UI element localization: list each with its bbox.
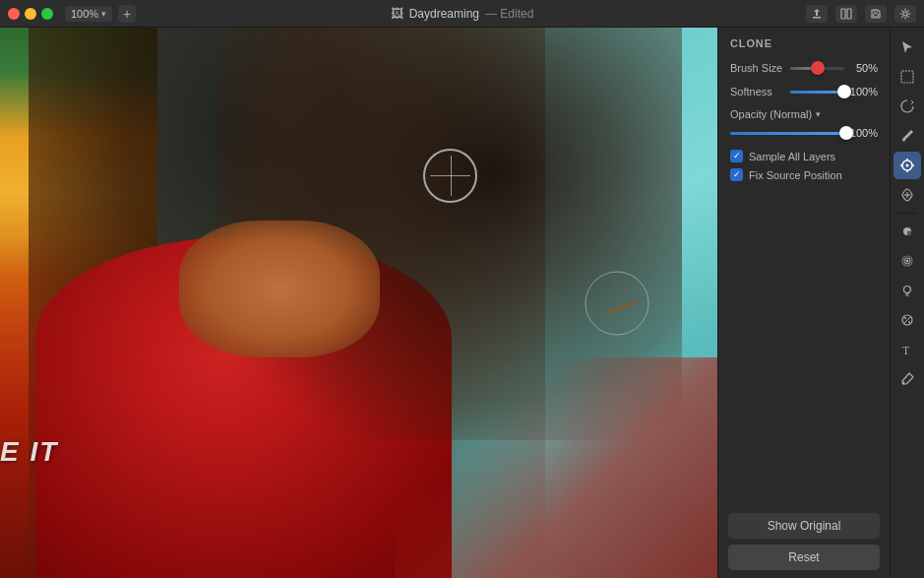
reset-button[interactable]: Reset <box>728 545 880 570</box>
effects-button[interactable] <box>893 306 921 334</box>
text-tool-button[interactable]: T <box>893 336 921 363</box>
background-text: E IT <box>0 436 58 468</box>
opacity-label: Opacity (Normal) <box>730 108 812 120</box>
brush-size-track <box>790 67 844 70</box>
bottom-buttons: Show Original Reset <box>718 505 890 578</box>
share-button[interactable] <box>806 5 828 23</box>
svg-point-6 <box>902 139 905 142</box>
controls-panel: CLONE Brush Size 50% Softness <box>717 28 890 578</box>
brush-size-slider[interactable] <box>790 61 844 75</box>
traffic-lights <box>8 8 53 20</box>
right-stripe <box>395 357 717 578</box>
sample-all-layers-row: ✓ Sample All Layers <box>730 150 878 162</box>
svg-point-23 <box>904 317 906 319</box>
zoom-chevron-icon: ▾ <box>101 9 106 19</box>
svg-point-24 <box>908 321 910 323</box>
svg-point-8 <box>906 164 909 167</box>
crop-button[interactable] <box>835 5 857 23</box>
document-icon: 🖼 <box>391 6 403 21</box>
canvas-area[interactable]: E IT <box>0 28 717 578</box>
svg-point-27 <box>902 382 905 385</box>
main-content: E IT CLONE Brush Size <box>0 28 924 578</box>
softness-row: Softness 100% <box>730 85 878 98</box>
tools-sidebar: T <box>890 28 924 578</box>
svg-rect-5 <box>901 71 913 83</box>
add-tab-button[interactable]: + <box>118 5 136 23</box>
brush-size-value: 50% <box>850 62 878 74</box>
fix-source-position-row: ✓ Fix Source Position <box>730 168 878 181</box>
fix-source-position-checkbox[interactable]: ✓ <box>730 168 743 181</box>
titlebar-right <box>806 5 916 23</box>
opacity-dropdown-icon[interactable]: ▾ <box>816 109 821 119</box>
svg-point-19 <box>904 287 911 293</box>
svg-point-4 <box>903 12 907 16</box>
opacity-row: Opacity (Normal) ▾ 100% <box>730 108 878 140</box>
opacity-label-container: Opacity (Normal) ▾ <box>730 108 878 120</box>
controls-inner: CLONE Brush Size 50% Softness <box>718 28 890 505</box>
titlebar-left: 100% ▾ + <box>8 5 136 23</box>
cursor-tool-button[interactable] <box>893 33 921 61</box>
checkmark-icon: ✓ <box>733 152 741 161</box>
softness-track <box>790 91 844 94</box>
brush-size-row: Brush Size 50% <box>730 61 878 75</box>
opacity-fill <box>730 132 846 135</box>
svg-rect-3 <box>874 10 877 13</box>
save-button[interactable] <box>865 5 887 23</box>
selection-tool-button[interactable] <box>893 63 921 91</box>
smart-selection-button[interactable] <box>893 93 921 120</box>
healing-tool-button[interactable] <box>893 181 921 209</box>
settings-button[interactable] <box>894 5 916 23</box>
softness-thumb[interactable] <box>837 85 851 98</box>
svg-rect-0 <box>841 9 845 19</box>
document-title: Daydreaming <box>409 7 479 21</box>
svg-rect-2 <box>874 14 879 17</box>
fix-source-position-label: Fix Source Position <box>749 169 842 181</box>
svg-text:T: T <box>902 344 910 357</box>
opacity-thumb[interactable] <box>839 126 853 140</box>
show-original-button[interactable]: Show Original <box>728 513 880 539</box>
minimize-button[interactable] <box>25 8 36 20</box>
adjustments-button[interactable] <box>893 277 921 304</box>
shoulder <box>179 221 380 358</box>
blur-tool-button[interactable] <box>893 247 921 275</box>
softness-label: Softness <box>730 86 784 97</box>
eyedropper-button[interactable] <box>893 365 921 393</box>
titlebar: 100% ▾ + 🖼 Daydreaming — Edited <box>0 0 924 28</box>
titlebar-center: 🖼 Daydreaming — Edited <box>391 6 534 21</box>
maximize-button[interactable] <box>41 8 53 20</box>
sample-all-layers-label: Sample All Layers <box>749 151 835 162</box>
sample-all-layers-checkbox[interactable]: ✓ <box>730 150 743 162</box>
brush-tool-button[interactable] <box>893 122 921 150</box>
checkmark-icon-2: ✓ <box>733 170 741 179</box>
photo-canvas: E IT <box>0 28 717 578</box>
opacity-track <box>730 132 846 135</box>
svg-point-18 <box>906 260 909 263</box>
close-button[interactable] <box>8 8 20 20</box>
softness-fill <box>790 91 844 94</box>
softness-value: 100% <box>850 86 878 97</box>
opacity-slider[interactable] <box>730 126 846 140</box>
tools-divider <box>897 213 917 214</box>
svg-rect-1 <box>847 9 851 19</box>
zoom-control[interactable]: 100% ▾ <box>65 6 112 22</box>
zoom-value: 100% <box>71 8 98 20</box>
brush-size-thumb[interactable] <box>811 61 825 75</box>
checkboxes-section: ✓ Sample All Layers ✓ Fix Source Positio… <box>730 150 878 181</box>
section-title: CLONE <box>730 37 878 49</box>
document-status: — Edited <box>485 7 533 21</box>
clone-tool-button[interactable] <box>893 152 921 179</box>
opacity-value: 100% <box>850 127 878 139</box>
dodge-burn-button[interactable] <box>893 218 921 245</box>
softness-slider[interactable] <box>790 85 844 98</box>
brush-size-label: Brush Size <box>730 62 784 74</box>
